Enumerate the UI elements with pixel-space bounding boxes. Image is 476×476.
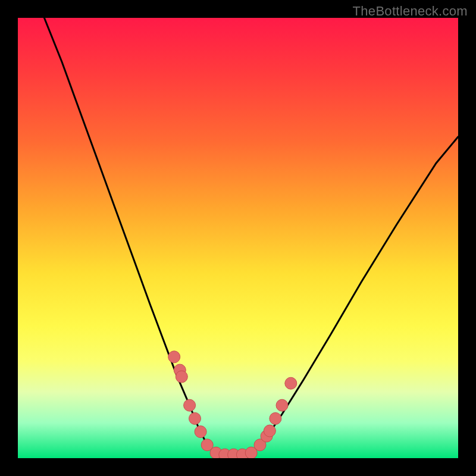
data-point xyxy=(285,377,297,389)
marker-group xyxy=(168,351,297,458)
curve-left xyxy=(44,18,216,454)
data-point xyxy=(189,412,201,424)
data-point xyxy=(195,426,206,438)
data-point xyxy=(184,399,196,411)
plot-area xyxy=(18,18,458,458)
data-point xyxy=(168,351,180,363)
data-point xyxy=(176,371,187,383)
data-point xyxy=(264,425,275,437)
watermark-text: TheBottleneck.com xyxy=(353,4,468,19)
data-point xyxy=(270,412,281,424)
data-point xyxy=(276,399,288,411)
chart-svg xyxy=(18,18,458,458)
chart-frame: TheBottleneck.com xyxy=(0,0,476,476)
